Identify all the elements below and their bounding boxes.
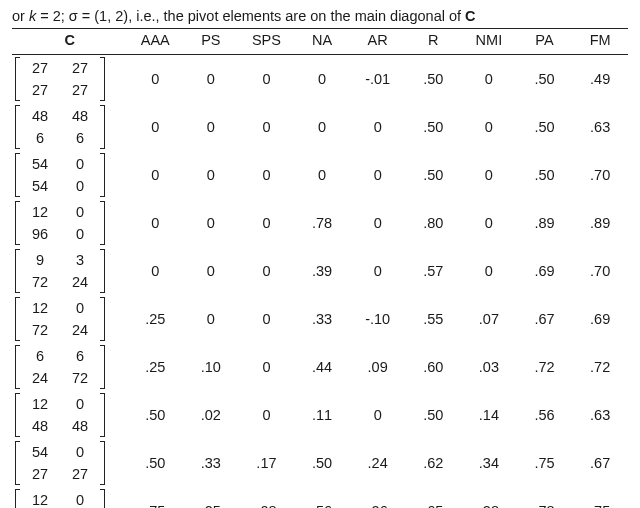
value-cell: 0	[183, 55, 239, 104]
value-cell: .75	[127, 487, 183, 508]
value-cell: .44	[294, 343, 350, 391]
value-cell: 0	[183, 199, 239, 247]
value-cell: .75	[572, 487, 628, 508]
col-header-R: R	[405, 29, 461, 55]
value-cell: .78	[294, 199, 350, 247]
value-cell: .11	[294, 391, 350, 439]
value-cell: .50	[405, 391, 461, 439]
value-cell: 0	[350, 247, 406, 295]
col-header-NMI: NMI	[461, 29, 517, 55]
value-cell: 0	[127, 247, 183, 295]
value-cell: 0	[294, 55, 350, 104]
value-cell: 0	[127, 151, 183, 199]
value-cell: .69	[572, 295, 628, 343]
value-cell: .56	[294, 487, 350, 508]
value-cell: .63	[572, 103, 628, 151]
table-row: 54054000000.500.50.70	[12, 151, 628, 199]
value-cell: .25	[127, 295, 183, 343]
value-cell: .50	[517, 151, 573, 199]
matrix-cell: 937224	[12, 247, 127, 295]
value-cell: .75	[517, 439, 573, 487]
value-cell: 0	[350, 151, 406, 199]
value-cell: .60	[405, 343, 461, 391]
matrix-cell: 120960	[12, 199, 127, 247]
value-cell: .39	[294, 247, 350, 295]
table-row: 1202472.75.25.08.56.26.65.28.78.75	[12, 487, 628, 508]
col-header-PS: PS	[183, 29, 239, 55]
matrix-cell: 1204848	[12, 391, 127, 439]
value-cell: .89	[517, 199, 573, 247]
value-cell: .03	[461, 343, 517, 391]
value-cell: 0	[350, 391, 406, 439]
value-cell: .50	[405, 103, 461, 151]
matrix-cell: 662472	[12, 343, 127, 391]
col-header-FM: FM	[572, 29, 628, 55]
col-header-AAA: AAA	[127, 29, 183, 55]
value-cell: 0	[461, 103, 517, 151]
value-cell: .80	[405, 199, 461, 247]
value-cell: .33	[294, 295, 350, 343]
value-cell: .08	[239, 487, 295, 508]
table-row: 1204848.50.020.110.50.14.56.63	[12, 391, 628, 439]
value-cell: .26	[350, 487, 406, 508]
value-cell: .78	[517, 487, 573, 508]
value-cell: 0	[239, 199, 295, 247]
value-cell: .70	[572, 247, 628, 295]
value-cell: .65	[405, 487, 461, 508]
value-cell: 0	[183, 247, 239, 295]
col-header-NA: NA	[294, 29, 350, 55]
value-cell: .02	[183, 391, 239, 439]
col-header-PA: PA	[517, 29, 573, 55]
table-row: 662472.25.100.44.09.60.03.72.72	[12, 343, 628, 391]
matrix-cell: 27272727	[12, 55, 127, 104]
col-header-AR: AR	[350, 29, 406, 55]
matrix-cell: 1202472	[12, 487, 127, 508]
value-cell: 0	[239, 295, 295, 343]
value-cell: 0	[461, 55, 517, 104]
value-cell: .10	[183, 343, 239, 391]
value-cell: .62	[405, 439, 461, 487]
value-cell: 0	[461, 247, 517, 295]
value-cell: .49	[572, 55, 628, 104]
value-cell: -.10	[350, 295, 406, 343]
value-cell: .50	[294, 439, 350, 487]
matrix-cell: 484866	[12, 103, 127, 151]
value-cell: 0	[239, 343, 295, 391]
value-cell: .14	[461, 391, 517, 439]
matrix-cell: 5402727	[12, 439, 127, 487]
table-row: 937224000.390.570.69.70	[12, 247, 628, 295]
value-cell: .55	[405, 295, 461, 343]
table-row: 120960000.780.800.89.89	[12, 199, 628, 247]
value-cell: 0	[239, 391, 295, 439]
value-cell: .07	[461, 295, 517, 343]
matrix-cell: 540540	[12, 151, 127, 199]
value-cell: .50	[517, 55, 573, 104]
table-row: 272727270000-.01.500.50.49	[12, 55, 628, 104]
value-cell: .89	[572, 199, 628, 247]
value-cell: 0	[239, 103, 295, 151]
value-cell: 0	[294, 151, 350, 199]
value-cell: .72	[572, 343, 628, 391]
value-cell: .67	[517, 295, 573, 343]
table-row: 48486600000.500.50.63	[12, 103, 628, 151]
value-cell: .57	[405, 247, 461, 295]
metrics-table: C AAA PS SPS NA AR R NMI PA FM 272727270…	[12, 28, 628, 508]
value-cell: .72	[517, 343, 573, 391]
value-cell: .56	[517, 391, 573, 439]
value-cell: .63	[572, 391, 628, 439]
value-cell: .34	[461, 439, 517, 487]
value-cell: .33	[183, 439, 239, 487]
value-cell: 0	[239, 55, 295, 104]
value-cell: .24	[350, 439, 406, 487]
value-cell: 0	[461, 151, 517, 199]
value-cell: 0	[239, 151, 295, 199]
value-cell: .50	[405, 151, 461, 199]
value-cell: .50	[517, 103, 573, 151]
value-cell: .25	[183, 487, 239, 508]
value-cell: 0	[239, 247, 295, 295]
value-cell: 0	[183, 295, 239, 343]
table-row: 1207224.2500.33-.10.55.07.67.69	[12, 295, 628, 343]
value-cell: 0	[350, 199, 406, 247]
value-cell: .70	[572, 151, 628, 199]
value-cell: 0	[183, 151, 239, 199]
